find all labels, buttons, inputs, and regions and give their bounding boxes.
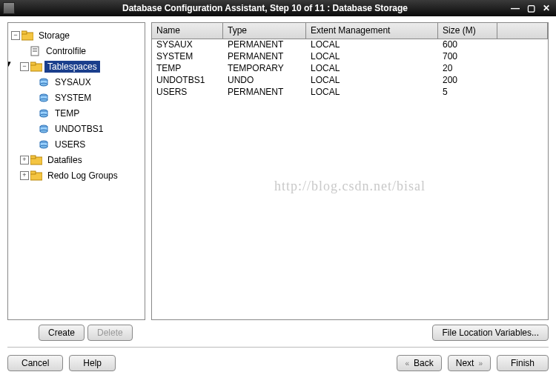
action-row: Create Delete File Location Variables... [0, 320, 556, 342]
svg-rect-24 [30, 156, 36, 159]
cell-size: 200 [438, 75, 497, 87]
th-extent[interactable]: Extent Management [306, 23, 438, 39]
cell-extent: LOCAL [306, 63, 438, 75]
th-name[interactable]: Name [152, 23, 223, 39]
cancel-button[interactable]: Cancel [7, 355, 63, 371]
back-label: Back [414, 358, 434, 368]
svg-point-10 [40, 83, 47, 86]
tree-node-redolog[interactable]: + Redo Log Groups [10, 167, 143, 183]
finish-button[interactable]: Finish [497, 355, 549, 371]
table-row[interactable]: USERSPERMANENTLOCAL5 [152, 87, 548, 99]
folder-icon [30, 61, 42, 73]
titlebar: Database Configuration Assistant, Step 1… [0, 0, 556, 16]
next-label: Next [456, 358, 474, 368]
tree-pane: − Storage Controlfile − Tablespaces SYSA [7, 22, 145, 320]
svg-rect-26 [30, 171, 36, 174]
control-file-icon [29, 45, 41, 57]
svg-point-22 [40, 145, 47, 148]
cell-extent: LOCAL [306, 51, 438, 63]
tree-node-tablespaces[interactable]: − Tablespaces [10, 59, 143, 74]
cell-extent: LOCAL [306, 87, 438, 99]
cell-size: 600 [438, 39, 497, 51]
svg-rect-5 [33, 51, 37, 52]
delete-button[interactable]: Delete [87, 325, 133, 341]
cell-size: 700 [438, 51, 497, 63]
tree-node-storage[interactable]: − Storage [10, 27, 143, 43]
svg-rect-7 [30, 62, 36, 65]
svg-rect-1 [21, 31, 27, 34]
tree-node-datafiles[interactable]: + Datafiles [10, 152, 143, 167]
tablespace-icon [38, 107, 50, 119]
minus-icon[interactable]: − [20, 62, 29, 71]
app-icon [3, 2, 15, 14]
tree-label: SYSTEM [52, 92, 94, 104]
tree-label: TEMP [52, 107, 82, 119]
tree-node-child[interactable]: SYSAUX [10, 74, 143, 90]
tree-label: Controlfile [43, 45, 89, 57]
svg-point-16 [40, 114, 47, 117]
separator [7, 347, 549, 348]
cell-type: PERMANENT [223, 39, 306, 51]
create-button[interactable]: Create [39, 325, 85, 341]
svg-rect-4 [33, 50, 37, 50]
plus-icon[interactable]: + [20, 171, 29, 180]
close-icon[interactable]: ✕ [543, 3, 550, 13]
svg-point-19 [40, 130, 47, 133]
svg-rect-3 [33, 48, 37, 49]
folder-icon [30, 170, 42, 182]
tablespace-icon [38, 139, 50, 150]
table-row[interactable]: SYSAUXPERMANENTLOCAL600 [152, 39, 548, 51]
tree-node-child[interactable]: UNDOTBS1 [10, 121, 143, 136]
cell-size: 20 [438, 63, 497, 75]
help-button[interactable]: Help [69, 355, 116, 371]
table-body: SYSAUXPERMANENTLOCAL600SYSTEMPERMANENTLO… [152, 39, 548, 99]
minimize-icon[interactable]: — [511, 3, 520, 13]
th-rest [497, 23, 548, 39]
tree-node-child[interactable]: USERS [10, 136, 143, 152]
back-button[interactable]: « Back [397, 355, 441, 371]
folder-icon [30, 154, 42, 166]
table-pane: Name Type Extent Management Size (M) SYS… [151, 22, 549, 320]
maximize-icon[interactable]: ▢ [527, 3, 535, 13]
chevron-right-icon: » [478, 359, 483, 368]
cell-type: PERMANENT [223, 51, 306, 63]
tree-label: Datafiles [44, 154, 85, 166]
cell-type: PERMANENT [223, 87, 306, 99]
table-row[interactable]: UNDOTBS1UNDOLOCAL200 [152, 75, 548, 87]
minus-icon[interactable]: − [11, 31, 20, 40]
th-size[interactable]: Size (M) [438, 23, 497, 39]
cell-extent: LOCAL [306, 39, 438, 51]
th-type[interactable]: Type [223, 23, 306, 39]
tablespace-icon [38, 92, 50, 104]
plus-icon[interactable]: + [20, 156, 29, 165]
tablespace-icon [38, 76, 50, 88]
tree-label: UNDOTBS1 [52, 123, 106, 135]
cell-extent: LOCAL [306, 75, 438, 87]
next-button[interactable]: Next » [448, 355, 491, 371]
file-location-variables-button[interactable]: File Location Variables... [432, 325, 549, 341]
folder-icon [21, 30, 33, 41]
tree-label: USERS [52, 139, 88, 150]
cell-name: TEMP [152, 63, 223, 75]
nav-row: Cancel Help « Back Next » Finish [0, 352, 556, 377]
window-title: Database Configuration Assistant, Step 1… [19, 3, 511, 13]
tree-node-child[interactable]: SYSTEM [10, 90, 143, 105]
tree-label: Tablespaces [44, 61, 100, 73]
tree-label: Redo Log Groups [44, 170, 121, 182]
tree-label: Storage [36, 30, 73, 41]
tree-label: SYSAUX [52, 76, 94, 88]
tablespace-icon [38, 123, 50, 135]
main-content: − Storage Controlfile − Tablespaces SYSA [0, 16, 556, 320]
cell-type: UNDO [223, 75, 306, 87]
cell-name: USERS [152, 87, 223, 99]
tree-node-controlfile[interactable]: Controlfile [10, 43, 143, 59]
cell-name: SYSTEM [152, 51, 223, 63]
table-header: Name Type Extent Management Size (M) [152, 23, 548, 39]
chevron-left-icon: « [405, 359, 409, 368]
tree-node-child[interactable]: TEMP [10, 105, 143, 121]
cell-name: SYSAUX [152, 39, 223, 51]
table-row[interactable]: SYSTEMPERMANENTLOCAL700 [152, 51, 548, 63]
table-row[interactable]: TEMPTEMPORARYLOCAL20 [152, 63, 548, 75]
cell-size: 5 [438, 87, 497, 99]
cell-type: TEMPORARY [223, 63, 306, 75]
